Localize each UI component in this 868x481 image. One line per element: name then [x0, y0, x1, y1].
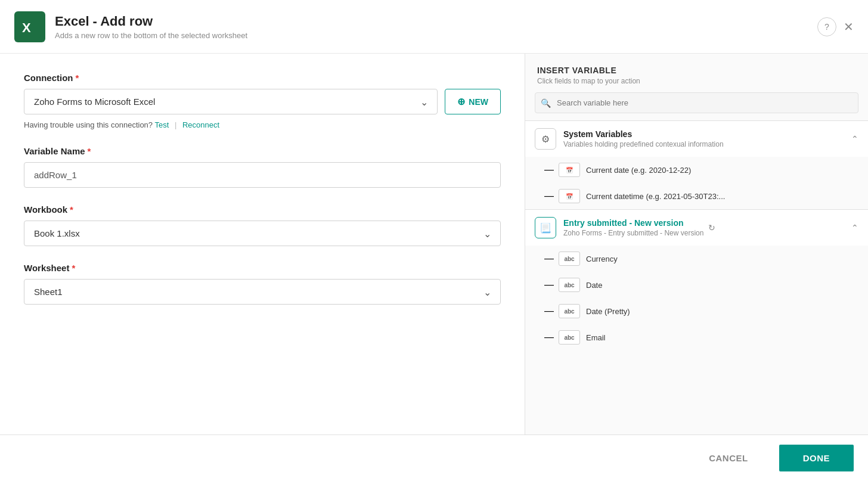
- trouble-row: Having trouble using this connection? Te…: [24, 120, 501, 129]
- worksheet-select[interactable]: Sheet1: [24, 279, 501, 305]
- list-item[interactable]: — abc Date: [525, 272, 868, 298]
- header-actions: ? ✕: [817, 17, 854, 36]
- list-item[interactable]: — abc Currency: [525, 246, 868, 272]
- entry-section-subtitle: Zoho Forms - Entry submitted - New versi…: [563, 229, 703, 237]
- insert-variable-title: INSERT VARIABLE: [537, 66, 856, 75]
- workbook-select[interactable]: Book 1.xlsx: [24, 221, 501, 246]
- connection-select-wrap: Zoho Forms to Microsoft Excel ⌄: [24, 89, 438, 114]
- connection-group: Connection* Zoho Forms to Microsoft Exce…: [24, 73, 501, 129]
- variable-list: ⚙ System Variables Variables holding pre…: [525, 120, 868, 435]
- variable-name-group: Variable Name*: [24, 146, 501, 188]
- insert-variable-header: INSERT VARIABLE Click fields to map to y…: [525, 54, 868, 92]
- list-item[interactable]: — 📅 Current date (e.g. 2020-12-22): [525, 157, 868, 183]
- list-item[interactable]: — abc Email: [525, 324, 868, 350]
- insert-variable-subtitle: Click fields to map to your action: [537, 77, 856, 85]
- indent-line: —: [544, 165, 559, 175]
- workbook-group: Workbook* Book 1.xlsx ⌄: [24, 204, 501, 246]
- indent-line: —: [544, 306, 559, 316]
- worksheet-label: Worksheet*: [24, 263, 501, 273]
- modal-header: X Excel - Add row Adds a new row to the …: [0, 0, 868, 54]
- page-subtitle: Adds a new row to the bottom of the sele…: [55, 31, 247, 40]
- system-variables-subtitle: Variables holding predefined contexual i…: [563, 140, 724, 148]
- header-text: Excel - Add row Adds a new row to the bo…: [55, 14, 247, 40]
- system-variables-icon: ⚙: [535, 128, 556, 150]
- entry-section-text: Entry submitted - New version Zoho Forms…: [563, 218, 703, 237]
- workbook-label: Workbook*: [24, 204, 501, 215]
- var-name-current-date: Current date (e.g. 2020-12-22): [586, 166, 691, 175]
- entry-section-header[interactable]: 📃 Entry submitted - New version Zoho For…: [525, 210, 868, 246]
- entry-section-chevron-icon: ⌃: [851, 223, 858, 232]
- page-title: Excel - Add row: [55, 14, 247, 29]
- indent-line: —: [544, 332, 559, 343]
- system-variables-chevron-icon: ⌃: [851, 134, 858, 144]
- plus-icon: ⊕: [457, 96, 465, 107]
- entry-section-icon: 📃: [535, 217, 556, 238]
- refresh-icon[interactable]: ↻: [708, 223, 715, 232]
- left-panel: Connection* Zoho Forms to Microsoft Exce…: [0, 54, 525, 435]
- indent-line: —: [544, 191, 559, 201]
- new-button-label: NEW: [469, 97, 488, 107]
- type-badge-cal: 📅: [559, 163, 580, 177]
- connection-select-wrapper: Zoho Forms to Microsoft Excel ⌄: [24, 89, 438, 114]
- list-item[interactable]: — 📅 Current datetime (e.g. 2021-05-30T23…: [525, 183, 868, 209]
- var-name-email: Email: [586, 333, 606, 342]
- connection-row: Zoho Forms to Microsoft Excel ⌄ ⊕ NEW: [24, 89, 501, 114]
- type-badge-cal2: 📅: [559, 189, 580, 203]
- worksheet-group: Worksheet* Sheet1 ⌄: [24, 263, 501, 305]
- new-connection-button[interactable]: ⊕ NEW: [445, 89, 501, 114]
- system-variables-title: System Variables: [563, 129, 724, 139]
- type-badge-abc: abc: [559, 252, 580, 266]
- connection-label: Connection*: [24, 73, 501, 83]
- list-item[interactable]: — abc Date (Pretty): [525, 298, 868, 324]
- search-input[interactable]: [535, 92, 858, 113]
- indent-line: —: [544, 253, 559, 264]
- done-button[interactable]: DONE: [779, 445, 854, 471]
- right-panel: INSERT VARIABLE Click fields to map to y…: [525, 54, 868, 435]
- variable-name-input[interactable]: [24, 162, 501, 188]
- search-icon: 🔍: [541, 98, 551, 108]
- var-name-date: Date: [586, 281, 602, 290]
- var-name-current-datetime: Current datetime (e.g. 2021-05-30T23:...: [586, 192, 725, 201]
- help-button[interactable]: ?: [817, 17, 836, 36]
- variable-name-label: Variable Name*: [24, 146, 501, 156]
- search-box: 🔍: [535, 92, 858, 113]
- modal-body: Connection* Zoho Forms to Microsoft Exce…: [0, 54, 868, 435]
- type-badge-abc3: abc: [559, 304, 580, 318]
- var-name-date-pretty: Date (Pretty): [586, 307, 630, 316]
- var-name-currency: Currency: [586, 255, 618, 263]
- connection-select[interactable]: Zoho Forms to Microsoft Excel: [24, 89, 438, 114]
- close-button[interactable]: ✕: [844, 20, 854, 34]
- entry-section-title: Entry submitted - New version: [563, 218, 703, 228]
- type-badge-abc4: abc: [559, 330, 580, 345]
- system-variables-header[interactable]: ⚙ System Variables Variables holding pre…: [525, 121, 868, 157]
- cancel-button[interactable]: CANCEL: [685, 445, 772, 471]
- test-link[interactable]: Test: [154, 120, 169, 129]
- system-variables-text: System Variables Variables holding prede…: [563, 129, 724, 148]
- type-badge-abc2: abc: [559, 278, 580, 292]
- excel-logo-icon: X: [14, 11, 45, 42]
- indent-line: —: [544, 280, 559, 290]
- workbook-select-wrapper: Book 1.xlsx ⌄: [24, 221, 501, 246]
- svg-text:X: X: [22, 20, 31, 35]
- worksheet-select-wrapper: Sheet1 ⌄: [24, 279, 501, 305]
- system-variables-section: ⚙ System Variables Variables holding pre…: [525, 120, 868, 209]
- reconnect-link[interactable]: Reconnect: [182, 120, 219, 129]
- entry-section: 📃 Entry submitted - New version Zoho For…: [525, 209, 868, 350]
- modal-footer: CANCEL DONE: [0, 435, 868, 481]
